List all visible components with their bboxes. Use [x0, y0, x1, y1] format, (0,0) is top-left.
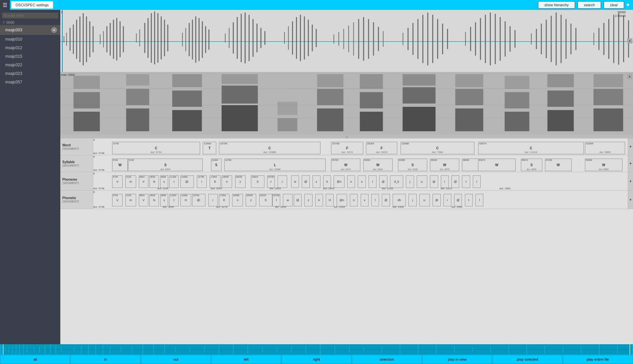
spectrogram-area[interactable]: max: 5000 — [60, 73, 633, 135]
table-row[interactable]: @ — [430, 175, 438, 188]
table-row[interactable]: 14799@: — [192, 194, 206, 206]
table-row[interactable]: d_b — [390, 175, 404, 188]
table-row[interactable]: 17854E — [210, 175, 220, 188]
table-row[interactable]: r — [208, 194, 218, 206]
table-row[interactable]: @ — [379, 175, 387, 188]
table-row[interactable]: 45674 S dur: 4849 — [521, 159, 542, 171]
table-row[interactable]: z — [304, 194, 312, 206]
table-row[interactable]: w — [291, 175, 299, 188]
table-row[interactable]: 5139m — [125, 194, 136, 206]
table-row[interactable]: r — [441, 175, 449, 188]
sidebar-item-msajc057[interactable]: msajc057 — [0, 78, 60, 86]
table-row[interactable]: 52069 dur: 5899 — [585, 142, 625, 154]
sidebar-item-msajc023[interactable]: msajc023 — [0, 69, 60, 78]
table-row[interactable]: n — [347, 175, 355, 188]
table-row[interactable]: l — [369, 175, 377, 188]
selection-button[interactable]: selection — [352, 355, 422, 364]
table-row[interactable]: 17854E — [219, 194, 229, 206]
table-row[interactable]: 14799 L dur: 10988 — [224, 159, 326, 171]
table-row[interactable]: db — [393, 194, 406, 206]
table-row[interactable]: 3749 C dur: 9734 — [112, 142, 200, 154]
table-row[interactable]: 25789 W dur: 3474 — [331, 159, 360, 171]
table-row[interactable]: 14799r — [197, 175, 206, 188]
table-row[interactable]: 23919S — [251, 175, 264, 188]
spectrogram-scroll-button[interactable]: + — [627, 74, 632, 79]
table-row[interactable]: 29264 W dur: 3424 — [363, 159, 393, 171]
phoneme-tier-content[interactable]: 0 3749V 5139m 9804V 9534N 9689s 11339t 1… — [93, 172, 628, 190]
table-row[interactable]: 25789t — [272, 194, 280, 206]
sidebar-item-msajc015[interactable]: msajc015 — [0, 52, 60, 61]
table-row[interactable]: 18999n — [222, 175, 232, 188]
word-tier-content[interactable]: 0 3749 C dur: 9734 13484 T 14799 C dur — [93, 138, 628, 155]
left-button[interactable]: left — [211, 355, 281, 364]
table-row[interactable]: 9804V — [139, 175, 148, 188]
table-row[interactable]: k — [315, 194, 323, 206]
bundle-filter-input[interactable] — [2, 13, 58, 18]
phonetic-tier-content[interactable]: 0 3749V 5139m 9804V 9534N 9689s 11934t 1… — [93, 191, 628, 209]
table-row[interactable]: t — [462, 175, 470, 188]
table-row[interactable]: 5139 S dur: 8344 — [128, 159, 203, 171]
mini-waveform[interactable] — [0, 344, 633, 355]
table-row[interactable]: @ — [382, 194, 390, 206]
waveform-scroll-button[interactable]: + — [627, 38, 632, 44]
syllable-tier-scroll-button[interactable]: + — [628, 155, 633, 172]
table-row[interactable]: 9689s — [160, 194, 168, 206]
table-row[interactable]: @ — [454, 194, 462, 206]
word-tier-scroll-button[interactable]: + — [628, 138, 633, 155]
table-row[interactable]: w — [283, 194, 292, 206]
play-in-view-button[interactable]: play in view — [422, 355, 492, 364]
table-row[interactable]: l — [473, 175, 481, 188]
sidebar-item-msajc022[interactable]: msajc022 — [0, 61, 60, 69]
table-row[interactable]: 3749V — [112, 194, 123, 206]
table-row[interactable]: i: — [278, 175, 287, 188]
table-row[interactable]: 35829 W dur: 3079 — [430, 159, 459, 171]
table-row[interactable]: @ — [294, 194, 302, 206]
table-row[interactable]: @ — [302, 175, 310, 188]
table-row[interactable]: s — [361, 194, 369, 206]
table-row[interactable]: 9689s — [160, 175, 168, 188]
all-button[interactable]: all — [0, 355, 70, 364]
show-hierarchy-button[interactable]: show hierarchy — [538, 1, 575, 9]
sidebar-item-icon-btn[interactable]: ● — [51, 27, 57, 33]
table-row[interactable]: t — [465, 194, 473, 206]
table-row[interactable]: 5139m — [125, 175, 136, 188]
out-button[interactable]: out — [141, 355, 211, 364]
search-button[interactable]: search — [578, 1, 601, 9]
table-row[interactable]: 3749 W — [112, 159, 128, 171]
clear-button[interactable]: clear — [604, 1, 624, 9]
play-entire-file-button[interactable]: play entire file — [563, 355, 633, 364]
table-row[interactable]: 29264 F dur: 3424 — [366, 142, 398, 154]
right-button[interactable]: right — [281, 355, 351, 364]
table-row[interactable]: 13484 S — [211, 159, 222, 171]
menu-button[interactable]: ☰ — [0, 0, 10, 10]
table-row[interactable]: 3749V — [112, 175, 123, 188]
table-row[interactable]: z — [313, 175, 320, 188]
table-row[interactable]: 11934t — [169, 194, 179, 206]
table-row[interactable]: 9804V — [139, 194, 148, 206]
table-row[interactable]: u: — [417, 175, 427, 188]
table-row[interactable]: j — [408, 194, 416, 206]
table-row[interactable]: @ — [451, 175, 459, 188]
table-row[interactable]: 20639z — [246, 194, 256, 206]
table-row[interactable]: 25789 F dur: 3474 — [331, 142, 363, 154]
table-row[interactable]: 13484 T — [203, 142, 216, 154]
table-row[interactable]: 14799 C dur: 10988 — [219, 142, 320, 154]
table-row[interactable]: u: — [419, 194, 430, 206]
table-row[interactable]: l — [371, 194, 379, 206]
table-row[interactable]: 40874 C dur: 11414 — [478, 142, 584, 154]
table-row[interactable]: k — [323, 175, 331, 188]
table-row[interactable]: H — [326, 194, 334, 206]
table-row[interactable]: 9534N — [149, 194, 159, 206]
in-button[interactable]: in — [70, 355, 140, 364]
sidebar-item-msajc010[interactable]: msajc010 — [0, 35, 60, 44]
osc-settings-button[interactable]: OSCI/SPEC settings — [11, 1, 53, 9]
table-row[interactable]: 47239 W — [545, 159, 572, 171]
play-selected-button[interactable]: play selected — [492, 355, 562, 364]
resize-handle[interactable]: ≡ — [60, 135, 633, 138]
table-row[interactable]: @n — [334, 175, 344, 188]
table-row[interactable]: 13484H — [180, 194, 191, 206]
table-row[interactable]: 23919S — [259, 194, 273, 206]
table-row[interactable]: j — [406, 175, 414, 188]
table-row[interactable]: r — [443, 194, 451, 206]
sidebar-item-msajc012[interactable]: msajc012 — [0, 44, 60, 52]
